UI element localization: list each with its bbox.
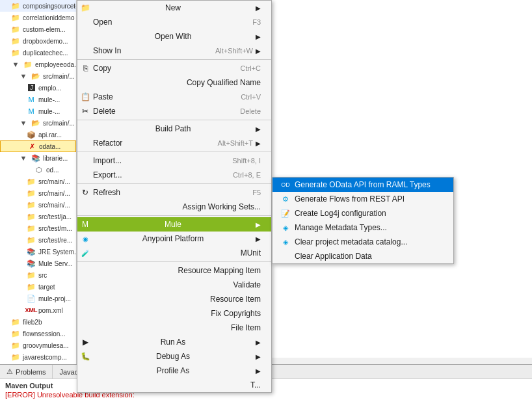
menu-item-validate[interactable]: Validate <box>77 278 271 292</box>
menu-item-resource-mapping[interactable]: Resource Mapping Item <box>77 263 271 278</box>
t-icon <box>80 380 90 390</box>
sidebar-item-flownsession[interactable]: 📁 flownsession... <box>0 328 76 339</box>
menu-item-export[interactable]: Export... Ctrl+8, E <box>77 168 271 182</box>
arrow-icon: ▶ <box>256 126 261 133</box>
sidebar-item-groovymulesa[interactable]: 📁 groovymulesa... <box>0 339 76 351</box>
menu-item-open-with[interactable]: Open With ▶ <box>77 29 271 44</box>
separator <box>77 59 271 60</box>
create-log4j-icon: 📝 <box>280 208 291 219</box>
arrow-icon: ▶ <box>256 235 261 243</box>
sidebar-item-label: fileb2b <box>23 319 42 326</box>
separator <box>77 152 271 152</box>
sidebar-item-dropboxdemo[interactable]: 📁 dropboxdemo... <box>0 35 76 47</box>
folder-icon: 📁 <box>26 200 36 210</box>
menu-item-t[interactable]: T... <box>77 378 271 392</box>
menu-item-mule[interactable]: M Mule ▶ <box>77 217 271 232</box>
sidebar-item-src-main3[interactable]: 📁 src/main/... <box>0 176 76 187</box>
sidebar-item-label: emplo... <box>38 85 62 92</box>
sidebar-item-librarie[interactable]: ▼ 📚 librarie... <box>0 152 76 164</box>
show-in-icon <box>80 46 90 56</box>
separator <box>77 120 271 120</box>
menu-item-delete[interactable]: ✂ Delete Delete <box>77 104 271 118</box>
sidebar-item-target[interactable]: 📁 target <box>0 281 76 293</box>
project-icon: 📁 <box>10 328 21 339</box>
sidebar-item-label: src <box>38 272 47 279</box>
sidebar-item-custom-elem[interactable]: 📁 custom-elem... <box>0 23 76 35</box>
clear-catalog-icon: ◈ <box>280 237 291 247</box>
sidebar-item-src-test3[interactable]: 📁 src/test/re... <box>0 234 76 246</box>
sidebar-item-od[interactable]: ⬡ od... <box>0 164 76 176</box>
sidebar-item-label: mule-... <box>38 108 60 115</box>
submenu-item-generate-flows[interactable]: ⚙ Generate Flows from REST API <box>273 192 453 206</box>
sidebar-item-src2[interactable]: 📁 src <box>0 269 76 281</box>
project-icon: 📁 <box>23 59 33 70</box>
folder-icon: 📁 <box>26 188 36 198</box>
submenu-item-clear-catalog[interactable]: ◈ Clear project metadata catalog... <box>273 235 453 249</box>
sidebar-item-src-main2[interactable]: ▼ 📂 src/main/... <box>0 117 76 129</box>
sidebar-item-src-test2[interactable]: 📁 src/test/m... <box>0 222 76 234</box>
menu-item-copy[interactable]: ⎘ Copy Ctrl+C <box>77 61 271 75</box>
mule-icon: M <box>26 106 36 116</box>
menu-item-anypoint[interactable]: ◉ Anypoint Platform ▶ <box>77 232 271 246</box>
menu-item-run-as[interactable]: ▶ Run As ▶ <box>77 335 271 349</box>
menu-item-profile-as[interactable]: Profile As ▶ <box>77 364 271 378</box>
menu-item-show-in[interactable]: Show In Alt+Shift+W ▶ <box>77 44 271 58</box>
sidebar-item-label: flownsession... <box>23 330 66 338</box>
assign-icon <box>80 202 90 212</box>
submenu-item-create-log4j[interactable]: 📝 Create Log4j configuration <box>273 206 453 220</box>
menu-item-new[interactable]: 📁 New ▶ <box>77 1 271 15</box>
sidebar-item-duplicatecheck[interactable]: 📁 duplicatechec... <box>0 47 76 59</box>
menu-item-file-item[interactable]: File Item <box>77 321 271 335</box>
sidebar-item-api-rar[interactable]: 📦 api.rar... <box>0 129 76 140</box>
sidebar-item-employeeoda[interactable]: ▼ 📁 employeeoda... <box>0 59 76 70</box>
submenu-item-clear-app-data[interactable]: Clear Application Data <box>273 249 453 263</box>
folder-icon: 📂 <box>31 71 41 81</box>
menu-item-copy-qualified[interactable]: Copy Qualified Name <box>77 75 271 90</box>
menu-item-open[interactable]: Open F3 <box>77 15 271 29</box>
sidebar-item-odata[interactable]: ✗ odata... <box>0 140 76 152</box>
submenu-item-manage-metadata[interactable]: ◈ Manage Metadata Types... <box>273 220 453 235</box>
mule-menu-icon: M <box>80 219 90 230</box>
resource-mapping-icon <box>80 265 90 276</box>
library-icon: 📚 <box>26 246 36 257</box>
sidebar-item-mule-proj[interactable]: 📄 mule-proj... <box>0 293 76 304</box>
generate-odata-icon: OD <box>280 179 291 190</box>
sidebar-item-src-main[interactable]: ▼ 📂 src/main/... <box>0 70 76 82</box>
sidebar-item-mule2[interactable]: M mule-... <box>0 105 76 117</box>
sidebar-item-fileb2b[interactable]: 📁 fileb2b <box>0 316 76 328</box>
menu-item-build-path[interactable]: Build Path ▶ <box>77 122 271 136</box>
context-menu: 📁 New ▶ Open F3 Open With ▶ Show In Alt+… <box>77 0 272 393</box>
sidebar-item-pom-xml[interactable]: XML pom.xml <box>0 304 76 316</box>
folder-icon: 📁 <box>26 176 36 187</box>
sidebar: 📁 composingsourcetest 📁 correlationiddem… <box>0 0 77 390</box>
menu-item-assign-working[interactable]: Assign Working Sets... <box>77 200 271 214</box>
sidebar-item-composingsourcetest[interactable]: 📁 composingsourcetest <box>0 0 76 12</box>
menu-item-refresh[interactable]: ↻ Refresh F5 <box>77 185 271 200</box>
sidebar-item-src-test1[interactable]: 📁 src/test/ja... <box>0 211 76 222</box>
sidebar-item-jre-system[interactable]: 📚 JRE System... <box>0 246 76 258</box>
sidebar-item-emplo[interactable]: 🅹 emplo... <box>0 82 76 94</box>
problems-icon: ⚠ <box>7 367 13 376</box>
delete-icon: ✂ <box>80 106 90 116</box>
sidebar-item-src-main4[interactable]: 📁 src/main/... <box>0 187 76 199</box>
menu-item-paste[interactable]: 📋 Paste Ctrl+V <box>77 90 271 104</box>
sidebar-item-correlationiddemo[interactable]: 📁 correlationiddemo <box>0 12 76 23</box>
menu-item-fix-copyrights[interactable]: Fix Copyrights <box>77 306 271 321</box>
menu-item-resource-item[interactable]: Resource Item <box>77 292 271 306</box>
menu-item-refactor[interactable]: Refactor Alt+Shift+T ▶ <box>77 136 271 150</box>
menu-item-debug-as[interactable]: 🐛 Debug As ▶ <box>77 349 271 364</box>
submenu-item-generate-odata[interactable]: OD Generate OData API from RAML Types <box>273 178 453 192</box>
sidebar-item-label: composingsourcetest <box>23 3 77 10</box>
menu-item-munit[interactable]: 🧪 MUnit <box>77 246 271 260</box>
clear-app-data-icon <box>280 251 291 261</box>
fix-copyrights-icon <box>80 308 90 319</box>
sidebar-item-mule-serv[interactable]: 📚 Mule Serv... <box>0 258 76 269</box>
profile-as-icon <box>80 365 90 376</box>
sidebar-item-javarestcomp[interactable]: 📁 javarestcomp... <box>0 351 76 363</box>
arrow-icon: ▶ <box>256 47 261 55</box>
menu-item-import[interactable]: Import... Shift+8, I <box>77 153 271 168</box>
sidebar-item-label: src/main/... <box>38 178 70 185</box>
sidebar-item-src-main5[interactable]: 📁 src/main/... <box>0 199 76 211</box>
tab-problems[interactable]: ⚠ Problems <box>0 365 53 378</box>
sidebar-item-mule1[interactable]: M mule-... <box>0 94 76 105</box>
